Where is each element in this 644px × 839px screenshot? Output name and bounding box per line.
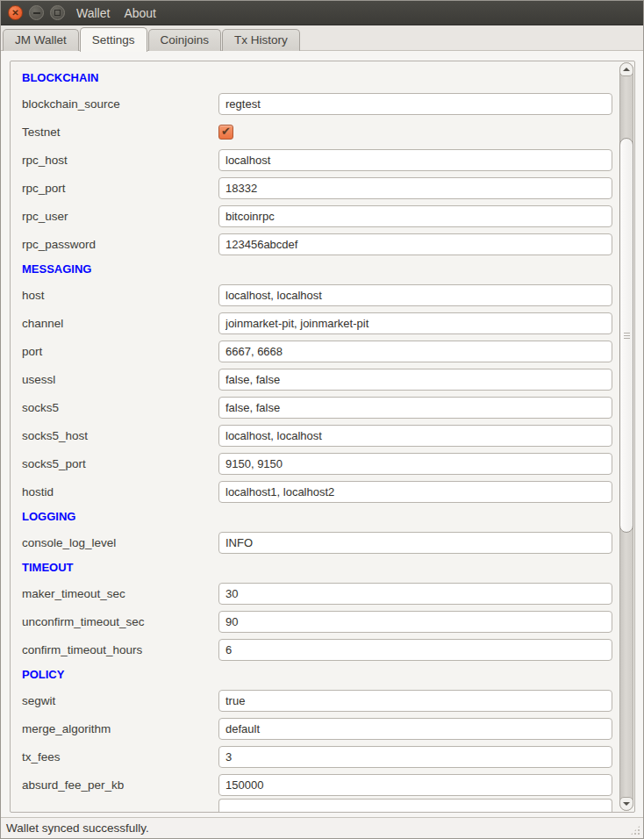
statusbar: Wallet synced successfully. xyxy=(1,817,643,838)
titlebar: ✕ WalletAbout xyxy=(1,1,643,25)
settings-row-rpc-port: rpc_port xyxy=(11,174,634,202)
tab-tx-history[interactable]: Tx History xyxy=(222,29,300,51)
scrollbar-thumb[interactable] xyxy=(619,138,633,533)
settings-row-confirm-timeout-hours: confirm_timeout_hours xyxy=(11,635,634,663)
segwit-input[interactable] xyxy=(218,690,612,712)
field-label-segwit: segwit xyxy=(22,694,218,707)
section-header-timeout: TIMEOUT xyxy=(11,556,634,579)
field-label-hostid: hostid xyxy=(22,485,218,498)
testnet-checkbox[interactable]: ✔ xyxy=(218,125,233,140)
usessl-input[interactable] xyxy=(218,369,612,391)
field-label-unconfirm-timeout-sec: unconfirm_timeout_sec xyxy=(22,615,218,628)
settings-row-rpc-user: rpc_user xyxy=(11,202,634,230)
tx-fees-input[interactable] xyxy=(218,746,612,768)
field-label-socks5-port: socks5_port xyxy=(22,457,218,470)
down-arrow-icon xyxy=(623,802,630,806)
port-input[interactable] xyxy=(218,341,612,362)
minimize-icon xyxy=(33,12,40,14)
merge-algorithm-input[interactable] xyxy=(218,718,612,740)
confirm-timeout-hours-input[interactable] xyxy=(218,639,612,661)
tabbar: JM WalletSettingsCoinjoinsTx History xyxy=(1,25,643,51)
field-label-channel: channel xyxy=(22,317,218,330)
close-icon: ✕ xyxy=(11,9,18,18)
settings-row-port: port xyxy=(11,337,634,365)
settings-row-testnet: Testnet✔ xyxy=(11,118,634,146)
settings-row-maker-timeout-sec: maker_timeout_sec xyxy=(11,579,634,607)
wallet-window: ✕ WalletAbout JM WalletSettingsCoinjoins… xyxy=(0,0,644,839)
section-header-messaging: MESSAGING xyxy=(11,258,634,281)
scroll-up-button[interactable] xyxy=(619,62,633,76)
field-label-host: host xyxy=(22,289,218,302)
scroll-down-button[interactable] xyxy=(619,797,633,811)
settings-scroll-area: BLOCKCHAINblockchain_sourceTestnet✔rpc_h… xyxy=(10,61,635,813)
maximize-button[interactable] xyxy=(50,5,65,20)
settings-row-socks5: socks5 xyxy=(11,393,634,421)
rpc-port-input[interactable] xyxy=(218,177,612,199)
minimize-button[interactable] xyxy=(29,5,44,20)
vertical-scrollbar[interactable] xyxy=(619,62,633,811)
field-label-blockchain-source: blockchain_source xyxy=(22,97,218,111)
up-arrow-icon xyxy=(623,68,630,71)
settings-row-console-log-level: console_log_level xyxy=(11,528,634,556)
close-button[interactable]: ✕ xyxy=(8,5,23,20)
tab-settings[interactable]: Settings xyxy=(80,27,147,52)
menu-wallet[interactable]: Wallet xyxy=(76,6,110,20)
field-label-merge-algorithm: merge_algorithm xyxy=(22,722,218,735)
settings-row-usessl: usessl xyxy=(11,365,634,393)
maker-timeout-sec-input[interactable] xyxy=(218,583,612,605)
settings-content: BLOCKCHAINblockchain_sourceTestnet✔rpc_h… xyxy=(11,61,634,799)
field-label-socks5: socks5 xyxy=(22,401,218,414)
rpc-user-input[interactable] xyxy=(218,205,612,227)
field-label-tx-fees: tx_fees xyxy=(22,750,218,764)
socks5-port-input[interactable] xyxy=(218,453,612,475)
console-log-level-input[interactable] xyxy=(218,532,612,554)
settings-row-blockchain-source: blockchain_source xyxy=(11,90,634,118)
hostid-input[interactable] xyxy=(218,481,612,503)
settings-row-rpc-password: rpc_password xyxy=(11,230,634,258)
grip-icon xyxy=(624,333,630,339)
field-label-rpc-password: rpc_password xyxy=(22,238,218,251)
field-label-maker-timeout-sec: maker_timeout_sec xyxy=(22,587,218,600)
settings-row-rpc-host: rpc_host xyxy=(11,146,634,174)
settings-row-socks5-port: socks5_port xyxy=(11,449,634,477)
socks5-host-input[interactable] xyxy=(218,425,612,447)
settings-row-merge-algorithm: merge_algorithm xyxy=(11,714,634,742)
partial-input[interactable] xyxy=(218,799,612,813)
checkmark-icon: ✔ xyxy=(221,125,231,137)
settings-row-segwit: segwit xyxy=(11,686,634,714)
blockchain-source-input[interactable] xyxy=(218,93,612,115)
tab-coinjoins[interactable]: Coinjoins xyxy=(148,29,222,51)
channel-input[interactable] xyxy=(218,312,612,334)
field-label-rpc-port: rpc_port xyxy=(22,182,218,195)
absurd-fee-per-kb-input[interactable] xyxy=(218,774,612,796)
menubar: WalletAbout xyxy=(76,6,156,20)
settings-pane: BLOCKCHAINblockchain_sourceTestnet✔rpc_h… xyxy=(1,51,643,817)
field-label-console-log-level: console_log_level xyxy=(22,536,218,549)
unconfirm-timeout-sec-input[interactable] xyxy=(218,611,612,633)
status-message: Wallet synced successfully. xyxy=(6,821,149,835)
resize-grip-icon[interactable] xyxy=(630,825,640,835)
field-label-absurd-fee-per-kb: absurd_fee_per_kb xyxy=(22,778,218,792)
settings-row-channel: channel xyxy=(11,309,634,337)
settings-row-absurd-fee-per-kb: absurd_fee_per_kb xyxy=(11,771,634,799)
maximize-icon xyxy=(54,10,61,16)
tab-jm-wallet[interactable]: JM Wallet xyxy=(3,29,79,51)
rpc-password-input[interactable] xyxy=(218,233,612,255)
field-label-port: port xyxy=(22,345,218,358)
field-label-usessl: usessl xyxy=(22,373,218,386)
field-label-testnet: Testnet xyxy=(22,125,218,139)
window-controls: ✕ xyxy=(1,5,65,20)
field-label-confirm-timeout-hours: confirm_timeout_hours xyxy=(22,643,218,656)
host-input[interactable] xyxy=(218,284,612,306)
settings-row-host: host xyxy=(11,281,634,309)
field-label-rpc-host: rpc_host xyxy=(22,154,218,167)
menu-about[interactable]: About xyxy=(124,6,156,20)
section-header-policy: POLICY xyxy=(11,663,634,686)
socks5-input[interactable] xyxy=(218,397,612,419)
rpc-host-input[interactable] xyxy=(218,149,612,171)
settings-row-socks5-host: socks5_host xyxy=(11,421,634,449)
section-header-blockchain: BLOCKCHAIN xyxy=(11,67,634,90)
settings-row-unconfirm-timeout-sec: unconfirm_timeout_sec xyxy=(11,607,634,635)
settings-row-tx-fees: tx_fees xyxy=(11,742,634,771)
section-header-logging: LOGGING xyxy=(11,506,634,528)
